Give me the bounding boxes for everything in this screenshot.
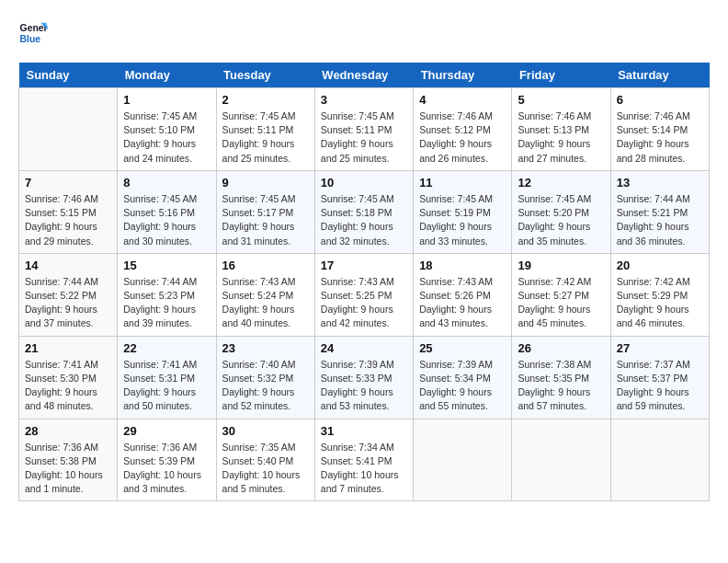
- day-number: 26: [518, 341, 604, 355]
- day-number: 3: [321, 93, 407, 107]
- logo-icon: General Blue: [18, 18, 48, 48]
- day-number: 15: [123, 259, 210, 272]
- calendar-cell: 26Sunrise: 7:38 AM Sunset: 5:35 PM Dayli…: [512, 336, 610, 419]
- weekday-header-row: SundayMondayTuesdayWednesdayThursdayFrid…: [19, 63, 710, 88]
- day-info: Sunrise: 7:46 AM Sunset: 5:13 PM Dayligh…: [518, 109, 604, 166]
- calendar-week-row: 21Sunrise: 7:41 AM Sunset: 5:30 PM Dayli…: [19, 336, 710, 419]
- day-info: Sunrise: 7:44 AM Sunset: 5:21 PM Dayligh…: [617, 192, 703, 248]
- day-info: Sunrise: 7:43 AM Sunset: 5:26 PM Dayligh…: [419, 275, 506, 331]
- day-info: Sunrise: 7:41 AM Sunset: 5:31 PM Dayligh…: [123, 358, 210, 414]
- page-header: General Blue: [18, 18, 710, 48]
- day-number: 12: [518, 176, 604, 190]
- calendar-cell: 22Sunrise: 7:41 AM Sunset: 5:31 PM Dayli…: [118, 336, 216, 419]
- calendar-cell: 13Sunrise: 7:44 AM Sunset: 5:21 PM Dayli…: [610, 170, 709, 253]
- calendar-week-row: 7Sunrise: 7:46 AM Sunset: 5:15 PM Daylig…: [19, 170, 710, 253]
- day-info: Sunrise: 7:43 AM Sunset: 5:24 PM Dayligh…: [222, 275, 309, 331]
- day-number: 1: [123, 93, 210, 107]
- weekday-header-friday: Friday: [512, 63, 610, 88]
- day-info: Sunrise: 7:46 AM Sunset: 5:14 PM Dayligh…: [617, 109, 703, 166]
- calendar-cell: 25Sunrise: 7:39 AM Sunset: 5:34 PM Dayli…: [414, 336, 512, 419]
- day-info: Sunrise: 7:45 AM Sunset: 5:17 PM Dayligh…: [222, 192, 309, 248]
- day-info: Sunrise: 7:45 AM Sunset: 5:10 PM Dayligh…: [123, 109, 210, 166]
- day-info: Sunrise: 7:42 AM Sunset: 5:29 PM Dayligh…: [617, 275, 703, 331]
- day-number: 20: [617, 259, 703, 272]
- calendar-cell: 12Sunrise: 7:45 AM Sunset: 5:20 PM Dayli…: [512, 170, 610, 253]
- weekday-header-saturday: Saturday: [610, 63, 709, 88]
- day-info: Sunrise: 7:35 AM Sunset: 5:40 PM Dayligh…: [222, 441, 309, 497]
- calendar-cell: 8Sunrise: 7:45 AM Sunset: 5:16 PM Daylig…: [118, 170, 216, 253]
- logo: General Blue: [18, 18, 51, 48]
- day-number: 19: [518, 259, 604, 272]
- day-info: Sunrise: 7:44 AM Sunset: 5:22 PM Dayligh…: [25, 275, 111, 331]
- calendar-cell: 9Sunrise: 7:45 AM Sunset: 5:17 PM Daylig…: [216, 170, 314, 253]
- calendar-cell: 30Sunrise: 7:35 AM Sunset: 5:40 PM Dayli…: [216, 419, 314, 501]
- day-info: Sunrise: 7:40 AM Sunset: 5:32 PM Dayligh…: [222, 358, 309, 414]
- day-number: 17: [321, 259, 407, 272]
- calendar-week-row: 1Sunrise: 7:45 AM Sunset: 5:10 PM Daylig…: [19, 88, 710, 171]
- calendar-cell: 27Sunrise: 7:37 AM Sunset: 5:37 PM Dayli…: [610, 336, 709, 419]
- day-number: 14: [25, 259, 111, 272]
- calendar-cell: 17Sunrise: 7:43 AM Sunset: 5:25 PM Dayli…: [314, 253, 413, 336]
- day-info: Sunrise: 7:34 AM Sunset: 5:41 PM Dayligh…: [321, 441, 407, 497]
- calendar-cell: 19Sunrise: 7:42 AM Sunset: 5:27 PM Dayli…: [512, 253, 610, 336]
- day-info: Sunrise: 7:45 AM Sunset: 5:16 PM Dayligh…: [123, 192, 210, 248]
- day-number: 18: [419, 259, 506, 272]
- calendar-cell: [610, 419, 709, 501]
- day-info: Sunrise: 7:44 AM Sunset: 5:23 PM Dayligh…: [123, 275, 210, 331]
- day-number: 8: [123, 176, 210, 190]
- day-number: 6: [617, 93, 703, 107]
- calendar-cell: 28Sunrise: 7:36 AM Sunset: 5:38 PM Dayli…: [19, 419, 118, 501]
- svg-text:Blue: Blue: [20, 34, 41, 44]
- calendar-cell: 11Sunrise: 7:45 AM Sunset: 5:19 PM Dayli…: [414, 170, 512, 253]
- day-info: Sunrise: 7:45 AM Sunset: 5:19 PM Dayligh…: [419, 192, 506, 248]
- calendar-cell: 14Sunrise: 7:44 AM Sunset: 5:22 PM Dayli…: [19, 253, 118, 336]
- calendar-cell: 31Sunrise: 7:34 AM Sunset: 5:41 PM Dayli…: [314, 419, 413, 501]
- weekday-header-thursday: Thursday: [414, 63, 512, 88]
- day-info: Sunrise: 7:43 AM Sunset: 5:25 PM Dayligh…: [321, 275, 407, 331]
- day-number: 2: [222, 93, 309, 107]
- day-number: 24: [321, 341, 407, 355]
- calendar-cell: 20Sunrise: 7:42 AM Sunset: 5:29 PM Dayli…: [610, 253, 709, 336]
- calendar-cell: 3Sunrise: 7:45 AM Sunset: 5:11 PM Daylig…: [314, 88, 413, 171]
- weekday-header-monday: Monday: [118, 63, 216, 88]
- day-number: 31: [321, 424, 407, 438]
- calendar-cell: 7Sunrise: 7:46 AM Sunset: 5:15 PM Daylig…: [19, 170, 118, 253]
- day-number: 16: [222, 259, 309, 272]
- day-info: Sunrise: 7:38 AM Sunset: 5:35 PM Dayligh…: [518, 358, 604, 414]
- calendar-cell: 29Sunrise: 7:36 AM Sunset: 5:39 PM Dayli…: [118, 419, 216, 501]
- weekday-header-wednesday: Wednesday: [314, 63, 413, 88]
- day-info: Sunrise: 7:41 AM Sunset: 5:30 PM Dayligh…: [25, 358, 111, 414]
- day-number: 28: [25, 424, 111, 438]
- calendar-cell: 24Sunrise: 7:39 AM Sunset: 5:33 PM Dayli…: [314, 336, 413, 419]
- day-number: 22: [123, 341, 210, 355]
- day-number: 9: [222, 176, 309, 190]
- day-info: Sunrise: 7:39 AM Sunset: 5:34 PM Dayligh…: [419, 358, 506, 414]
- calendar-cell: 5Sunrise: 7:46 AM Sunset: 5:13 PM Daylig…: [512, 88, 610, 171]
- day-info: Sunrise: 7:46 AM Sunset: 5:12 PM Dayligh…: [419, 109, 506, 166]
- calendar-week-row: 14Sunrise: 7:44 AM Sunset: 5:22 PM Dayli…: [19, 253, 710, 336]
- calendar-cell: 10Sunrise: 7:45 AM Sunset: 5:18 PM Dayli…: [314, 170, 413, 253]
- calendar-cell: [512, 419, 610, 501]
- weekday-header-sunday: Sunday: [19, 63, 118, 88]
- day-number: 13: [617, 176, 703, 190]
- day-info: Sunrise: 7:45 AM Sunset: 5:11 PM Dayligh…: [321, 109, 407, 166]
- calendar-cell: 15Sunrise: 7:44 AM Sunset: 5:23 PM Dayli…: [118, 253, 216, 336]
- day-number: 7: [25, 176, 111, 190]
- calendar-week-row: 28Sunrise: 7:36 AM Sunset: 5:38 PM Dayli…: [19, 419, 710, 501]
- calendar-cell: 23Sunrise: 7:40 AM Sunset: 5:32 PM Dayli…: [216, 336, 314, 419]
- calendar-table: SundayMondayTuesdayWednesdayThursdayFrid…: [18, 63, 710, 501]
- calendar-cell: 18Sunrise: 7:43 AM Sunset: 5:26 PM Dayli…: [414, 253, 512, 336]
- calendar-cell: 6Sunrise: 7:46 AM Sunset: 5:14 PM Daylig…: [610, 88, 709, 171]
- day-info: Sunrise: 7:42 AM Sunset: 5:27 PM Dayligh…: [518, 275, 604, 331]
- day-info: Sunrise: 7:36 AM Sunset: 5:38 PM Dayligh…: [25, 441, 111, 497]
- day-number: 29: [123, 424, 210, 438]
- day-info: Sunrise: 7:45 AM Sunset: 5:20 PM Dayligh…: [518, 192, 604, 248]
- day-info: Sunrise: 7:45 AM Sunset: 5:18 PM Dayligh…: [321, 192, 407, 248]
- day-number: 27: [617, 341, 703, 355]
- day-number: 11: [419, 176, 506, 190]
- calendar-cell: 21Sunrise: 7:41 AM Sunset: 5:30 PM Dayli…: [19, 336, 118, 419]
- day-number: 23: [222, 341, 309, 355]
- calendar-cell: [19, 88, 118, 171]
- day-number: 21: [25, 341, 111, 355]
- day-info: Sunrise: 7:45 AM Sunset: 5:11 PM Dayligh…: [222, 109, 309, 166]
